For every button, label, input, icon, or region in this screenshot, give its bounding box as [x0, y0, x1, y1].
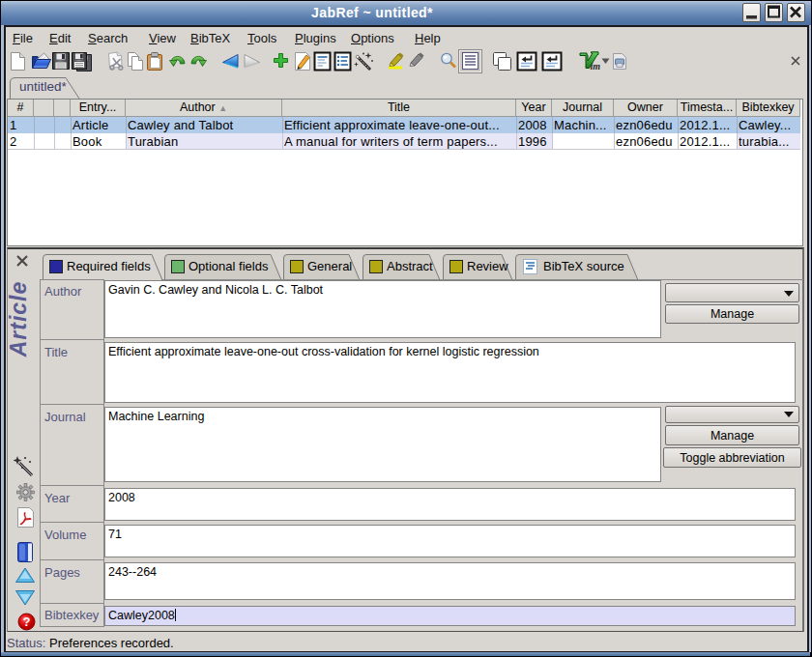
svg-text:im: im [591, 61, 601, 71]
svg-text:?: ? [23, 615, 31, 629]
